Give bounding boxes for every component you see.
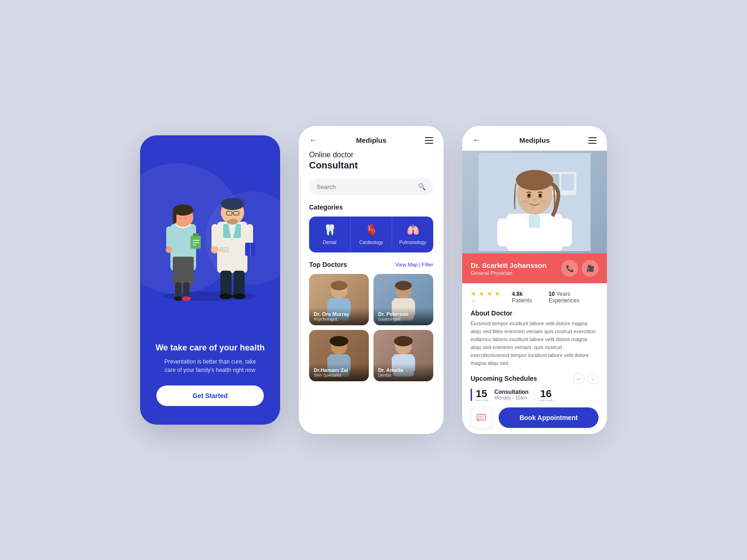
screen3-body: ★ ★ ★ ★ ★ 4.8k Patients 10 Years Experie…	[462, 283, 607, 401]
schedule-nav: ← →	[573, 373, 599, 384]
menu-icon-s3[interactable]	[588, 137, 597, 144]
category-cardiology[interactable]: 🫀 Cardeology	[351, 217, 392, 252]
doctor-card-overlay-3: Dr. Amelia Dentist	[374, 364, 433, 381]
screen3-doctor-profile: ← Mediplus	[462, 126, 607, 434]
hamburger-line-2	[425, 140, 433, 141]
hamburger-line-1	[425, 137, 433, 138]
get-started-button[interactable]: Get Started	[156, 385, 264, 406]
app-title-screen2: Mediplus	[356, 136, 386, 144]
categories-title: Categories	[309, 203, 433, 211]
doctor-card-overlay-0: Dr. Ora Murray Psychologist	[309, 308, 369, 325]
screen1-title: We take care of your health	[155, 343, 265, 353]
category-pulmonology[interactable]: 🫁 Pulmonology	[392, 217, 433, 252]
hamburger-line-3	[425, 143, 433, 144]
svg-rect-2	[173, 257, 194, 285]
doctor-card-0[interactable]: Dr. Ora Murray Psychologist	[309, 274, 369, 325]
pulmonology-icon: 🫁	[407, 224, 419, 236]
schedule-info-0: Consultation Monday - 10am to 11am	[494, 389, 530, 401]
call-button[interactable]: 📞	[561, 260, 578, 277]
dental-icon: 🦷	[324, 224, 336, 236]
cardiology-icon: 🫀	[365, 224, 378, 236]
svg-rect-34	[220, 271, 232, 296]
schedule-item-1: 16 March	[534, 389, 599, 401]
book-appointment-button[interactable]: Book Appointment	[499, 407, 599, 428]
svg-point-69	[528, 194, 530, 197]
rating-stars: ★ ★ ★ ★ ★	[471, 290, 505, 305]
schedule-item-0: 15 March Consultation Monday - 10am to 1…	[471, 389, 534, 401]
doctor-name-2: Dr.Hamam Zai	[314, 367, 364, 373]
star-4: ★	[494, 290, 500, 297]
svg-point-36	[219, 294, 233, 299]
doctor-name-display: Dr. Scarlett Johansson	[471, 261, 547, 269]
schedule-prev-button[interactable]: ←	[573, 373, 585, 384]
search-icon[interactable]: 🔍	[418, 183, 426, 190]
svg-point-49	[330, 336, 348, 346]
svg-rect-9	[193, 233, 198, 236]
top-doctors-title: Top Doctors	[309, 261, 347, 268]
screen2-content: Online doctor Consultant 🔍 Categories 🦷 …	[299, 151, 444, 434]
schedule-date-num-1: 16	[540, 389, 553, 399]
svg-point-44	[395, 281, 412, 290]
schedule-event-title-0: Consultation	[494, 389, 530, 395]
doctor-card-2[interactable]: Dr.Hamam Zai Skin Specialist	[309, 330, 369, 381]
schedule-date-num-0: 15	[476, 389, 489, 399]
doctor-name-0: Dr. Ora Murray	[314, 311, 364, 317]
doctor-card-1[interactable]: Dr. Peterson Gastrologist	[374, 274, 433, 325]
schedule-next-button[interactable]: →	[587, 373, 599, 384]
svg-point-72	[540, 200, 548, 203]
screen3-footer: Book Appointment	[462, 401, 607, 434]
doctor-name-1: Dr. Peterson	[378, 311, 429, 317]
doctor-info-card: Dr. Scarlett Johansson General Physician…	[462, 253, 607, 283]
doctor-spec-2: Skin Specialist	[314, 373, 364, 378]
svg-rect-35	[233, 271, 245, 296]
doctor-card-overlay-2: Dr.Hamam Zai Skin Specialist	[309, 364, 369, 381]
experience-stat: 10 Years Experiences	[549, 291, 599, 304]
schedules-title: Upcoming Schedules	[471, 375, 537, 382]
svg-point-6	[179, 217, 182, 219]
message-icon	[477, 413, 486, 422]
schedule-event-time-0: Monday - 10am to 11am	[494, 395, 530, 401]
search-input[interactable]	[317, 183, 418, 190]
svg-point-26	[227, 219, 238, 224]
back-arrow-icon[interactable]: ←	[309, 135, 317, 145]
screens-container: We take care of your health Preventation…	[112, 89, 635, 471]
star-5-empty: ★	[471, 297, 477, 305]
doctor-portrait-svg	[479, 153, 591, 251]
category-dental[interactable]: 🦷 Dental	[309, 217, 351, 252]
svg-point-14	[166, 246, 172, 253]
screen3-header: ← Mediplus	[462, 126, 607, 151]
svg-point-18	[182, 296, 191, 301]
doctors-grid: Dr. Ora Murray Psychologist	[309, 274, 433, 381]
categories-row: 🦷 Dental 🫀 Cardeology 🫁 Pulmonology	[309, 217, 433, 252]
svg-rect-28	[211, 224, 218, 250]
consultant-label: Consultant	[309, 160, 433, 171]
svg-rect-61	[561, 174, 574, 190]
back-arrow-icon-s3[interactable]: ←	[472, 135, 481, 145]
doctor-card-3[interactable]: Dr. Amelia Dentist	[374, 330, 433, 381]
doctor-spec-3: Dentist	[378, 373, 429, 378]
rating-row: ★ ★ ★ ★ ★ 4.8k Patients 10 Years Experie…	[471, 290, 599, 305]
svg-point-71	[521, 200, 529, 203]
star-1: ★	[471, 290, 477, 297]
doctor-photo-banner	[462, 151, 607, 253]
svg-point-70	[539, 194, 542, 197]
svg-rect-16	[183, 282, 190, 299]
svg-rect-8	[190, 236, 201, 249]
app-title-screen3: Mediplus	[519, 136, 550, 144]
star-3: ★	[486, 290, 493, 297]
menu-icon[interactable]	[425, 137, 433, 144]
svg-point-66	[516, 170, 553, 190]
svg-rect-73	[497, 218, 509, 246]
hamburger-line-s3-3	[588, 143, 597, 144]
category-pulmonology-label: Pulmonology	[399, 240, 426, 245]
svg-rect-75	[477, 414, 486, 420]
svg-point-7	[184, 217, 187, 219]
svg-rect-15	[175, 282, 182, 299]
doctor-info-text: Dr. Scarlett Johansson General Physician	[471, 261, 547, 276]
schedules-header: Upcoming Schedules ← →	[471, 373, 599, 384]
screen1-subtitle: Preventation is better than cure, take c…	[159, 357, 261, 374]
message-button[interactable]	[471, 407, 492, 428]
screen1-onboarding: We take care of your health Preventation…	[140, 135, 280, 425]
view-map-filter-link[interactable]: View Map | Filter	[395, 262, 433, 267]
video-button[interactable]: 🎥	[582, 260, 599, 277]
